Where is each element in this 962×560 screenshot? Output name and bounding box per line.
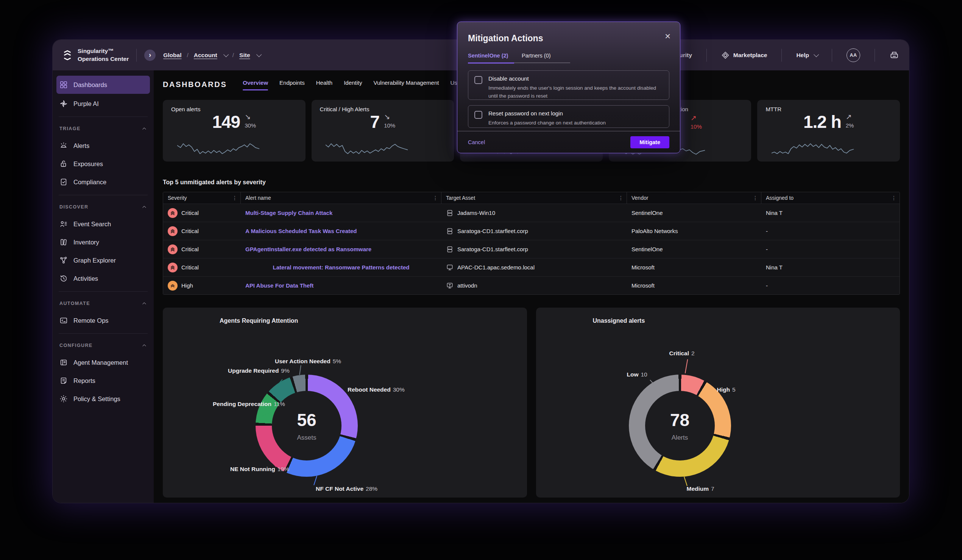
severity-critical-icon — [168, 262, 178, 272]
cancel-button[interactable]: Cancel — [468, 139, 485, 145]
alert-name-link[interactable]: API Abuse For Data Theft — [245, 282, 313, 289]
breadcrumb-separator: / — [187, 52, 188, 59]
sidebar-section-automate[interactable]: AUTOMATE — [53, 296, 154, 311]
table-row[interactable]: Critical GPAgentInstaller.exe detected a… — [163, 240, 899, 258]
modal-footer: Cancel Mitigate — [457, 131, 680, 153]
column-menu-icon[interactable]: ⋮ — [232, 195, 237, 201]
chevron-down-icon[interactable] — [256, 51, 261, 57]
sidebar-section-discover[interactable]: DISCOVER — [53, 199, 154, 215]
table-row[interactable]: Critical Lateral movement: Ransomware Pa… — [163, 258, 899, 276]
sidebar-item-inventory[interactable]: Inventory — [53, 233, 154, 251]
marketplace-link[interactable]: Marketplace — [721, 51, 767, 60]
kpi-value: 7 — [370, 113, 380, 130]
column-header-vendor: Vendor⋮ — [627, 192, 761, 204]
checkbox[interactable] — [475, 76, 482, 84]
agents-requiring-attention-card: Agents Requiring Attention 56 Assets Use… — [163, 307, 527, 497]
chevron-down-icon[interactable] — [223, 51, 229, 57]
column-header-target-asset: Target Asset⋮ — [441, 192, 627, 204]
tab-endpoints[interactable]: Endpoints — [279, 79, 305, 90]
tab-health[interactable]: Health — [316, 79, 333, 90]
severity-critical-icon — [168, 245, 178, 254]
chevron-up-icon — [142, 204, 147, 210]
slice-label-user-action-needed: User Action Needed5% — [275, 358, 341, 365]
column-header-severity: Severity⋮ — [163, 192, 241, 204]
dashboard-tabs: Overview Endpoints Health Identity Vulne… — [243, 79, 490, 90]
breadcrumb-separator: / — [232, 52, 234, 59]
mitigate-button[interactable]: Mitigate — [630, 136, 669, 148]
sidebar-section-triage[interactable]: TRIAGE — [53, 121, 154, 137]
table-row[interactable]: High API Abuse For Data Theft attivodn M… — [163, 276, 899, 294]
help-menu[interactable]: Help — [796, 52, 817, 59]
sidebar-item-reports[interactable]: Reports — [53, 372, 154, 390]
breadcrumb-site[interactable]: Site — [239, 52, 250, 59]
sidebar-section-configure[interactable]: CONFIGURE — [53, 338, 154, 353]
table-row[interactable]: Critical A Malicious Scheduled Task Was … — [163, 222, 899, 240]
alert-name-link[interactable]: A Malicious Scheduled Task Was Created — [245, 228, 357, 234]
slice-label-high: High5 — [717, 386, 736, 393]
sidebar-item-label: Policy & Settings — [73, 396, 120, 402]
sidebar-divider — [59, 195, 148, 195]
alert-name-link[interactable]: GPAgentInstaller.exe detected as Ransomw… — [245, 246, 371, 253]
alerts-table: Severity⋮ Alert name⋮ Target Asset⋮ Vend… — [163, 192, 900, 295]
tab-overview[interactable]: Overview — [243, 79, 268, 90]
slice-label-ne-not-running: NE Not Running19% — [230, 466, 289, 473]
sidebar-item-compliance[interactable]: Compliance — [53, 173, 154, 191]
chevron-up-icon — [142, 343, 147, 348]
severity-critical-icon — [168, 226, 178, 236]
tab-partners[interactable]: Partners (0) — [514, 53, 570, 63]
header-divider — [707, 49, 707, 62]
slice-label-critical: Critical2 — [669, 350, 695, 357]
alert-name-link[interactable]: Lateral movement: Ransomware Patterns de… — [273, 264, 410, 270]
header-divider — [136, 49, 137, 62]
gear-icon — [60, 395, 68, 403]
option-disable-account[interactable]: Disable account Immediately ends the use… — [468, 70, 669, 100]
breadcrumb: Global / Account / Site — [163, 52, 260, 59]
column-menu-icon[interactable]: ⋮ — [433, 195, 438, 201]
sidebar-item-purple-ai[interactable]: Purple AI — [53, 95, 154, 113]
s1-logo-icon — [63, 50, 72, 61]
sidebar-item-graph-explorer[interactable]: Graph Explorer — [53, 251, 154, 269]
severity-critical-icon — [168, 208, 178, 218]
sidebar-item-alerts[interactable]: Alerts — [53, 137, 154, 155]
sidebar-item-dashboards[interactable]: Dashboards — [56, 76, 150, 94]
sidebar-item-remote-ops[interactable]: Remote Ops — [53, 311, 154, 330]
column-menu-icon[interactable]: ⋮ — [618, 195, 623, 201]
close-icon[interactable]: ✕ — [664, 32, 671, 41]
sidebar-item-label: Reports — [73, 377, 95, 385]
kpi-value: 1.2 h — [803, 113, 841, 130]
sidebar-item-label: Event Search — [73, 220, 111, 228]
sidebar-divider — [59, 291, 148, 292]
sidebar-item-exposures[interactable]: Exposures — [53, 155, 154, 173]
tab-sentinelone[interactable]: SentinelOne (2) — [468, 53, 514, 64]
breadcrumb-global[interactable]: Global — [163, 52, 181, 59]
trend-up-icon: ↗ — [691, 114, 697, 121]
tab-vulnerability-management[interactable]: Vulnerability Management — [374, 79, 439, 90]
sidebar-item-label: Activities — [73, 275, 98, 282]
sidebar-item-event-search[interactable]: Event Search — [53, 215, 154, 233]
sidebar-item-policy-settings[interactable]: Policy & Settings — [53, 390, 154, 408]
breadcrumb-account[interactable]: Account — [194, 52, 217, 59]
chart-title: Unassigned alerts — [593, 317, 645, 324]
kpi-critical-high-alerts: Critical / High Alerts 7 ↘10% — [312, 100, 454, 162]
mitigation-actions-modal: Mitigation Actions ✕ SentinelOne (2) Par… — [457, 22, 680, 153]
alert-name-link[interactable]: Multi-Stage Supply Chain Attack — [245, 210, 333, 216]
sidebar-item-label: Compliance — [73, 179, 107, 186]
sidebar-item-label: Exposures — [73, 161, 103, 167]
avatar[interactable]: AA — [847, 48, 860, 62]
printer-icon[interactable] — [889, 50, 899, 60]
sidebar-item-agent-management[interactable]: Agent Management — [53, 353, 154, 372]
option-reset-password[interactable]: Reset password on next login Enforces a … — [468, 105, 669, 128]
checkbox[interactable] — [475, 111, 482, 119]
column-menu-icon[interactable]: ⋮ — [753, 195, 758, 201]
kpi-mttr: MTTR 1.2 h ↗2% — [757, 100, 900, 162]
sidebar-item-activities[interactable]: Activities — [53, 269, 154, 288]
column-menu-icon[interactable]: ⋮ — [891, 195, 896, 201]
chart-title: Agents Requiring Attention — [220, 317, 298, 324]
scope-expand-button[interactable]: › — [144, 50, 156, 61]
sidebar-item-label: Remote Ops — [73, 317, 109, 324]
tab-identity[interactable]: Identity — [344, 79, 362, 90]
unassigned-donut-chart[interactable] — [629, 375, 731, 477]
siren-icon — [60, 142, 68, 150]
alerts-table-title: Top 5 unmitigated alerts by severity — [163, 179, 900, 186]
table-row[interactable]: Critical Multi-Stage Supply Chain Attack… — [163, 204, 899, 222]
